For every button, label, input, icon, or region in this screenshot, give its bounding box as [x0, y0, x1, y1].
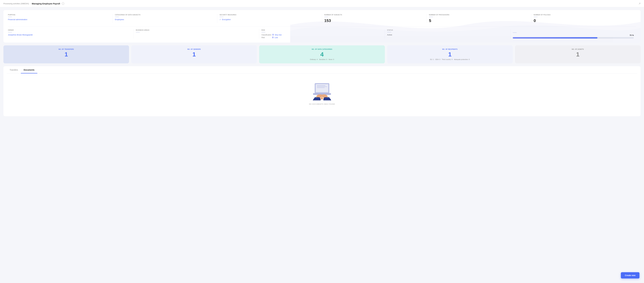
categories-value: Employees [115, 18, 215, 20]
svg-rect-2 [317, 85, 326, 86]
risk-cell: RISK Classification Very low Risk [259, 29, 385, 38]
recipients-label: NO. OF RECIPIENTS [390, 48, 510, 50]
progress-fill [513, 37, 598, 38]
laptop-illustration [311, 82, 333, 100]
stats-row: NO. OF TRANSFERS 1 NO. OF SENDERS 1 NO. … [4, 45, 640, 63]
breadcrumb: Processing activities (SMEDIA) › Managin… [4, 2, 64, 5]
create-btn-container: Create new [621, 272, 640, 279]
top-bar: Processing activities (SMEDIA) › Managin… [0, 0, 644, 7]
progress-label: 70 % [513, 34, 634, 36]
data-categories-label: NO. OF DATA CATEGORIES [262, 48, 382, 50]
info-grid-bottom: OWNER Josephine Broee Moesgaardd BUSINES… [8, 29, 636, 38]
stat-card-transfers: NO. OF TRANSFERS 1 [4, 45, 129, 63]
purpose-label: PURPOSE [8, 14, 110, 15]
recipients-number: 1 [390, 51, 510, 57]
risk-chevron [272, 37, 274, 38]
transfers-label: NO. OF TRANSFERS [6, 48, 126, 50]
tab-documents[interactable]: Documents [21, 66, 37, 73]
owner-label: OWNER [8, 29, 131, 31]
assets-number: 1 [518, 51, 638, 57]
recipients-adequate: Adequate protection: 0 [454, 58, 470, 60]
data-categories-sub: Ordinary: 4 Sensitive: 0 None: 0 [262, 58, 382, 60]
business-areas-label: BUSINESS AREAS [136, 29, 257, 31]
security-cell: SECURITY MEASURES ✓ Encryption [217, 14, 322, 23]
svg-rect-16 [322, 97, 323, 99]
stat-card-senders: NO. OF SENDERS 1 [131, 45, 257, 63]
risk-label: RISK [262, 29, 382, 31]
purpose-cell: PURPOSE Financial administration [8, 14, 113, 23]
data-categories-none: None: 0 [328, 58, 334, 60]
purpose-value: Financial administration [8, 18, 110, 20]
num-subjects-label: NUMBER OF SUBJECTS [324, 14, 424, 15]
stat-card-assets: NO. OF ASSETS 1 [515, 45, 640, 63]
svg-rect-4 [317, 87, 325, 88]
create-new-button[interactable]: Create new [621, 272, 640, 279]
classification-label: Classification [262, 34, 272, 36]
svg-rect-6 [314, 94, 330, 95]
status-bar-container: 70 % [513, 34, 634, 38]
num-processors-value: 5 [429, 18, 529, 23]
senders-label: NO. OF SENDERS [134, 48, 254, 50]
security-label: SECURITY MEASURES [220, 14, 320, 15]
main-content: PURPOSE Financial administration CATEGOR… [0, 10, 644, 120]
risk-sub-label: Risk [262, 36, 271, 38]
recipients-third: Third country: 0 [442, 58, 452, 60]
empty-state: NO DOCUMENTS WAS FOUND [7, 73, 637, 116]
breadcrumb-chevron: › [30, 2, 31, 4]
business-areas-cell: BUSINESS AREAS [134, 29, 259, 38]
check-icon: ✓ [220, 18, 221, 20]
owner-value: Josephine Broee Moesgaardd [8, 34, 131, 36]
tabs-nav: Transfers Documents [7, 66, 637, 73]
svg-rect-3 [317, 86, 327, 87]
classification-row: Classification Very low [262, 34, 382, 36]
num-processors-label: NUMBER OF PROCESSORS [429, 14, 529, 15]
num-processors-cell: NUMBER OF PROCESSORS 5 [427, 14, 532, 23]
classification-value: Very low [274, 34, 282, 36]
num-subjects-value: 153 [324, 18, 424, 23]
tab-transfers[interactable]: Transfers [7, 66, 21, 73]
status-value: Active [387, 34, 508, 36]
progress-cell: 70 % [510, 29, 636, 38]
empty-state-message: NO DOCUMENTS WAS FOUND [309, 103, 335, 105]
risk-row: Risk Low [262, 36, 382, 38]
data-categories-ordinary: Ordinary: 4 [310, 58, 318, 60]
info-grid-top: PURPOSE Financial administration CATEGOR… [8, 14, 636, 26]
recipients-eea: EEA: 0 [436, 58, 440, 60]
senders-number: 1 [134, 51, 254, 57]
risk-value: Low [274, 36, 278, 38]
external-link-icon[interactable]: ↗ [638, 2, 640, 5]
recipients-sub: EU: 1 EEA: 0 Third country: 0 Adequate p… [390, 58, 510, 60]
num-policies-label: NUMBER OF POLICIES [534, 14, 634, 15]
transfers-number: 1 [6, 51, 126, 57]
breadcrumb-current: Managing Employee Payroll [32, 2, 60, 5]
owner-cell: OWNER Josephine Broee Moesgaardd [8, 29, 134, 38]
recipients-eu: EU: 1 [430, 58, 434, 60]
assets-label: NO. OF ASSETS [518, 48, 638, 50]
info-panel: PURPOSE Financial administration CATEGOR… [4, 10, 640, 42]
stat-card-data-categories: NO. OF DATA CATEGORIES 4 Ordinary: 4 Sen… [259, 45, 385, 63]
stat-card-recipients: NO. OF RECIPIENTS 1 EU: 1 EEA: 0 Third c… [387, 45, 513, 63]
num-policies-cell: NUMBER OF POLICIES 0 [531, 14, 636, 23]
categories-cell: CATEGORIES OF DATA SUBJECTS Employees [113, 14, 218, 23]
num-subjects-cell: NUMBER OF SUBJECTS 153 [322, 14, 427, 23]
risk-grid: Classification Very low Risk Low [262, 34, 382, 38]
status-label: STATUS [387, 29, 508, 31]
num-policies-value: 0 [534, 18, 634, 23]
tabs-container: Transfers Documents [4, 66, 640, 116]
classification-chevron [272, 34, 274, 35]
data-categories-sensitive: Sensitive: 0 [319, 58, 327, 60]
data-categories-number: 4 [262, 51, 382, 57]
security-value: ✓ Encryption [220, 18, 320, 20]
progress-track [513, 37, 634, 38]
breadcrumb-parent[interactable]: Processing activities (SMEDIA) [4, 2, 29, 5]
info-icon[interactable]: i [62, 2, 64, 5]
status-cell: STATUS Active [385, 29, 510, 38]
categories-label: CATEGORIES OF DATA SUBJECTS [115, 14, 215, 15]
